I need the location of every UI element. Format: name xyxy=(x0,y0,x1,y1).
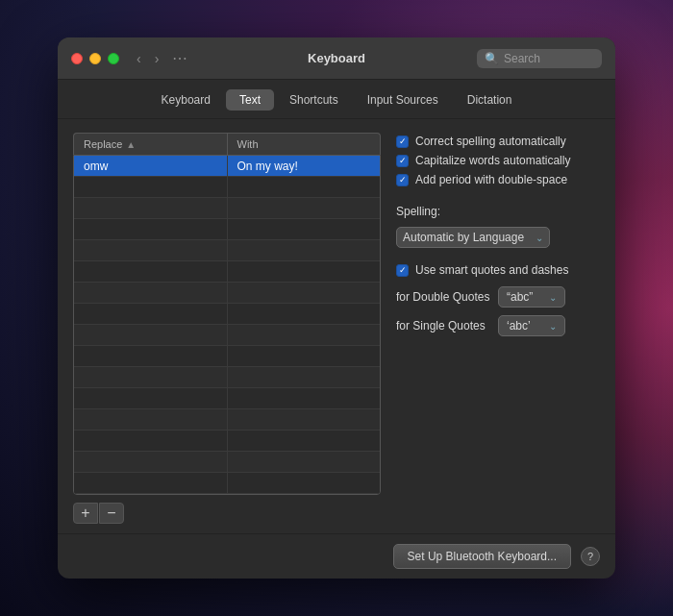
spelling-dropdown-value: Automatic by Language xyxy=(403,231,524,244)
add-row-button[interactable]: + xyxy=(73,503,98,524)
table-row[interactable]: omw On my way! xyxy=(74,156,380,177)
single-quotes-value: ‘abc’ xyxy=(507,319,531,333)
traffic-lights xyxy=(71,53,119,64)
tab-keyboard[interactable]: Keyboard xyxy=(148,89,224,111)
capitalize-words-checkbox[interactable]: ✓ xyxy=(396,155,409,167)
capitalize-words-row[interactable]: ✓ Capitalize words automatically xyxy=(396,154,600,167)
single-quotes-dropdown[interactable]: ‘abc’ ⌄ xyxy=(498,315,565,336)
table-row xyxy=(74,198,380,219)
table-row xyxy=(74,240,380,261)
replace-cell: omw xyxy=(74,156,228,176)
sort-arrow-icon: ▲ xyxy=(126,139,136,150)
with-column-header: With xyxy=(228,134,381,155)
checkmark-icon: ✓ xyxy=(399,137,407,146)
search-icon: 🔍 xyxy=(485,52,499,65)
spelling-dropdown[interactable]: Automatic by Language ⌄ xyxy=(396,227,550,248)
double-quotes-value: “abc” xyxy=(507,290,533,304)
chevron-down-icon: ⌄ xyxy=(549,321,557,332)
help-button[interactable]: ? xyxy=(581,547,600,566)
table-row xyxy=(74,388,380,409)
chevron-down-icon: ⌄ xyxy=(549,292,557,303)
forward-button[interactable]: › xyxy=(151,50,163,67)
table-row xyxy=(74,304,380,325)
add-period-label: Add period with double-space xyxy=(415,173,567,186)
minimize-button[interactable] xyxy=(89,53,101,64)
tabs-row: Keyboard Text Shortcuts Input Sources Di… xyxy=(58,80,615,119)
table-body: omw On my way! xyxy=(73,155,381,495)
table-row xyxy=(74,261,380,283)
app-grid-icon[interactable]: ⋯ xyxy=(172,49,187,67)
nav-buttons: ‹ › xyxy=(133,50,162,67)
table-row xyxy=(74,283,380,304)
table-row xyxy=(74,346,380,367)
single-quotes-row: for Single Quotes ‘abc’ ⌄ xyxy=(396,315,600,336)
keyboard-preferences-window: ‹ › ⋯ Keyboard 🔍 Keyboard Text Shortcuts… xyxy=(58,37,615,579)
main-content: Replace ▲ With omw On my way! xyxy=(58,119,615,533)
table-row xyxy=(74,409,380,431)
tab-input-sources[interactable]: Input Sources xyxy=(354,89,452,111)
chevron-down-icon: ⌄ xyxy=(536,233,543,243)
with-cell: On my way! xyxy=(228,156,381,176)
smart-quotes-label: Use smart quotes and dashes xyxy=(415,263,568,277)
table-row xyxy=(74,325,380,346)
add-period-checkbox[interactable]: ✓ xyxy=(396,174,409,186)
correct-spelling-row[interactable]: ✓ Correct spelling automatically xyxy=(396,135,600,148)
footer: Set Up Bluetooth Keyboard... ? xyxy=(58,533,615,579)
window-title: Keyboard xyxy=(308,51,365,65)
table-header: Replace ▲ With xyxy=(73,133,381,155)
tab-dictation[interactable]: Dictation xyxy=(454,89,526,111)
search-bar[interactable]: 🔍 xyxy=(477,49,602,68)
back-button[interactable]: ‹ xyxy=(133,50,145,67)
titlebar: ‹ › ⋯ Keyboard 🔍 xyxy=(58,37,615,80)
checkmark-icon: ✓ xyxy=(399,176,407,185)
table-row xyxy=(74,452,380,473)
spelling-section-label: Spelling: xyxy=(396,205,440,218)
smart-quotes-row[interactable]: ✓ Use smart quotes and dashes xyxy=(396,263,600,277)
add-period-row[interactable]: ✓ Add period with double-space xyxy=(396,173,600,186)
double-quotes-label: for Double Quotes xyxy=(396,290,492,304)
search-input[interactable] xyxy=(504,52,594,65)
single-quotes-label: for Single Quotes xyxy=(396,319,492,333)
fullscreen-button[interactable] xyxy=(108,53,119,64)
checkmark-icon: ✓ xyxy=(399,157,407,165)
replace-column-header: Replace ▲ xyxy=(74,134,228,155)
table-row xyxy=(74,219,380,240)
spelling-dropdown-row: Automatic by Language ⌄ xyxy=(396,227,600,248)
options-panel: ✓ Correct spelling automatically ✓ Capit… xyxy=(396,133,600,524)
tab-text[interactable]: Text xyxy=(226,89,274,111)
checkmark-icon: ✓ xyxy=(399,266,407,275)
close-button[interactable] xyxy=(71,53,83,64)
smart-quotes-checkbox[interactable]: ✓ xyxy=(396,264,409,277)
table-row xyxy=(74,473,380,494)
setup-bluetooth-button[interactable]: Set Up Bluetooth Keyboard... xyxy=(393,544,571,569)
double-quotes-dropdown[interactable]: “abc” ⌄ xyxy=(498,286,565,308)
table-row xyxy=(74,177,380,198)
table-row xyxy=(74,367,380,388)
table-actions: + − xyxy=(73,503,381,524)
capitalize-words-label: Capitalize words automatically xyxy=(415,154,570,167)
remove-row-button[interactable]: − xyxy=(99,503,124,524)
text-replacement-panel: Replace ▲ With omw On my way! xyxy=(73,133,381,524)
double-quotes-row: for Double Quotes “abc” ⌄ xyxy=(396,286,600,308)
correct-spelling-checkbox[interactable]: ✓ xyxy=(396,136,409,148)
table-row xyxy=(74,431,380,452)
tab-shortcuts[interactable]: Shortcuts xyxy=(276,89,352,111)
correct-spelling-label: Correct spelling automatically xyxy=(415,135,566,148)
